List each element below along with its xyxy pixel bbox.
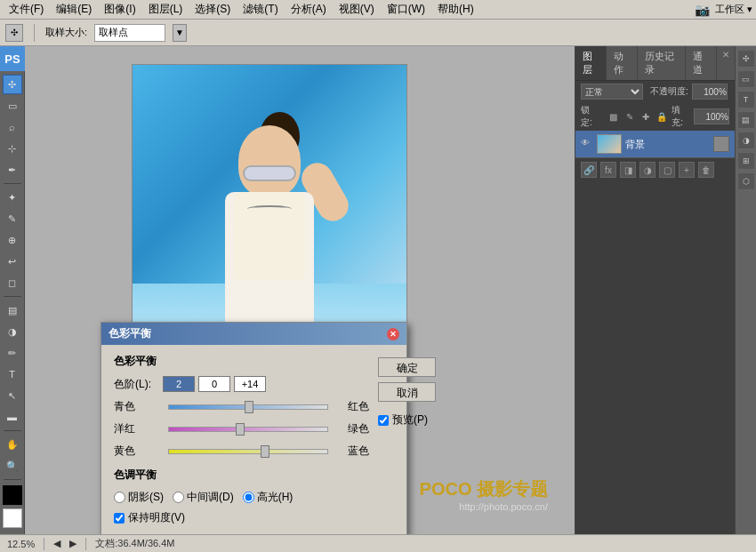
delete-layer-icon[interactable]: 🗑 — [698, 162, 714, 178]
blue-label: 蓝色 — [334, 444, 369, 459]
tone-input-2[interactable] — [198, 376, 230, 392]
layer-thumbnail — [597, 134, 622, 154]
panel-close-btn[interactable]: ✕ — [717, 46, 735, 80]
tool-pen[interactable]: ✏ — [3, 343, 22, 363]
tool-shape[interactable]: ▬ — [3, 407, 22, 427]
far-right-tool-6[interactable]: ⊞ — [737, 152, 755, 170]
link-icon[interactable]: 🔗 — [581, 162, 597, 178]
magenta-label: 洋红 — [114, 421, 163, 436]
tab-channels[interactable]: 通道 — [686, 46, 717, 80]
far-right-tool-5[interactable]: ◑ — [737, 132, 755, 149]
tool-crop[interactable]: ⊹ — [3, 139, 22, 158]
adjustment-icon[interactable]: ◑ — [639, 162, 655, 178]
lock-transparent-icon[interactable]: ▩ — [607, 109, 620, 124]
tool-separator-4 — [4, 479, 21, 480]
new-layer-icon[interactable]: + — [679, 162, 695, 178]
midtone-radio-item[interactable]: 中间调(D) — [173, 490, 234, 505]
tool-path-select[interactable]: ↖ — [3, 386, 22, 405]
workspace-label[interactable]: 工作区 ▾ — [715, 3, 752, 16]
fx-icon[interactable]: fx — [600, 162, 616, 178]
tab-history[interactable]: 历史记录 — [638, 46, 685, 80]
preview-row: 预览(P) — [378, 412, 428, 428]
mask-icon[interactable]: ◨ — [620, 162, 636, 178]
move-tool-icon[interactable]: ✣ — [5, 24, 23, 42]
menu-select[interactable]: 选择(S) — [189, 0, 236, 19]
far-right-tool-4[interactable]: ▤ — [737, 111, 755, 129]
midtone-radio[interactable] — [173, 492, 184, 503]
dialog-close-button[interactable]: ✕ — [387, 328, 399, 340]
layer-visibility-icon[interactable]: 👁 — [581, 138, 593, 150]
preserve-checkbox[interactable] — [114, 513, 125, 524]
blend-opacity-row: 正常 不透明度: — [575, 81, 735, 102]
sample-size-input[interactable] — [94, 24, 165, 42]
panel-tab-bar: 图层 动作 历史记录 通道 ✕ — [575, 46, 735, 81]
highlight-radio[interactable] — [243, 492, 254, 503]
fill-input[interactable] — [694, 108, 729, 124]
color-balance-dialog: 色彩平衡 ✕ 色彩平衡 色阶(L): 青色 — [101, 322, 407, 534]
tool-marquee[interactable]: ▭ — [3, 96, 22, 116]
main-area: PS ✣ ▭ ⌕ ⊹ ✒ ✦ ✎ ⊕ ↩ ◻ ▤ ◑ ✏ T ↖ ▬ ✋ 🔍 — [0, 46, 756, 534]
yellow-blue-track[interactable] — [168, 449, 328, 454]
cyan-red-track[interactable] — [168, 404, 328, 410]
cancel-button[interactable]: 取消 — [378, 382, 436, 402]
layer-item-background[interactable]: 👁 背景 — [575, 131, 735, 157]
preview-checkbox[interactable] — [378, 415, 389, 426]
tool-lasso[interactable]: ⌕ — [3, 117, 22, 137]
toolbox: ✣ ▭ ⌕ ⊹ ✒ ✦ ✎ ⊕ ↩ ◻ ▤ ◑ ✏ T ↖ ▬ ✋ 🔍 — [0, 71, 25, 534]
menu-bar: 文件(F) 编辑(E) 图像(I) 图层(L) 选择(S) 滤镜(T) 分析(A… — [0, 0, 756, 20]
zoom-level: 12.5% — [7, 539, 35, 549]
group-icon[interactable]: ▢ — [659, 162, 675, 178]
menu-window[interactable]: 窗口(W) — [382, 0, 430, 19]
far-right-tool-3[interactable]: T — [737, 91, 755, 108]
menu-help[interactable]: 帮助(H) — [432, 0, 479, 19]
tab-layers[interactable]: 图层 — [575, 46, 607, 80]
tool-zoom[interactable]: 🔍 — [3, 456, 22, 476]
shadow-radio[interactable] — [114, 492, 125, 503]
menu-view[interactable]: 视图(V) — [334, 0, 380, 19]
menu-edit[interactable]: 编辑(E) — [51, 0, 97, 19]
tool-move[interactable]: ✣ — [3, 75, 22, 94]
highlight-radio-item[interactable]: 高光(H) — [243, 490, 294, 505]
tone-level-row: 色阶(L): — [114, 376, 369, 392]
tool-dodge[interactable]: ◑ — [3, 322, 22, 341]
tool-gradient[interactable]: ▤ — [3, 300, 22, 320]
tool-heal[interactable]: ✦ — [3, 188, 22, 207]
status-nav-next[interactable]: ▶ — [69, 538, 76, 549]
menu-image[interactable]: 图像(I) — [99, 0, 141, 19]
shadow-radio-item[interactable]: 阴影(S) — [114, 490, 164, 505]
tone-input-1[interactable] — [163, 376, 195, 392]
sample-size-dropdown[interactable]: ▼ — [173, 24, 187, 42]
opacity-input[interactable] — [692, 84, 728, 100]
status-nav-prev[interactable]: ◀ — [53, 538, 60, 549]
blend-mode-select[interactable]: 正常 — [581, 84, 643, 100]
lock-position-icon[interactable]: ✚ — [639, 109, 652, 124]
tool-eraser[interactable]: ◻ — [3, 273, 22, 292]
ok-button[interactable]: 确定 — [378, 357, 436, 377]
lock-image-icon[interactable]: ✎ — [623, 109, 636, 124]
canvas-area: 色彩平衡 ✕ 色彩平衡 色阶(L): 青色 — [25, 46, 575, 534]
magenta-green-track[interactable] — [168, 427, 328, 432]
tool-hand[interactable]: ✋ — [3, 435, 22, 454]
lock-all-icon[interactable]: 🔒 — [655, 109, 669, 124]
far-right-tool-7[interactable]: ⬡ — [737, 172, 755, 190]
tool-type[interactable]: T — [3, 364, 22, 384]
menu-filter[interactable]: 滤镜(T) — [237, 0, 283, 19]
options-toolbar: ✣ 取样大小: ▼ — [0, 20, 756, 46]
section-label: 色彩平衡 — [114, 354, 369, 369]
tool-brush[interactable]: ✎ — [3, 209, 22, 228]
foreground-color[interactable] — [3, 485, 22, 505]
menu-analyze[interactable]: 分析(A) — [286, 0, 332, 19]
far-right-tool-2[interactable]: ▭ — [737, 70, 755, 88]
menu-layer[interactable]: 图层(L) — [143, 0, 189, 19]
fill-label: 填充: — [672, 104, 691, 129]
tool-eyedropper[interactable]: ✒ — [3, 160, 22, 180]
tool-history-brush[interactable]: ↩ — [3, 252, 22, 271]
layer-lock-icon — [713, 136, 729, 152]
tab-actions[interactable]: 动作 — [607, 46, 638, 80]
far-right-tool-1[interactable]: ✣ — [737, 50, 755, 68]
tool-clone[interactable]: ⊕ — [3, 230, 22, 250]
background-color[interactable] — [3, 508, 22, 528]
tool-separator-2 — [4, 296, 21, 297]
tone-input-3[interactable] — [234, 376, 266, 392]
menu-file[interactable]: 文件(F) — [4, 0, 49, 19]
